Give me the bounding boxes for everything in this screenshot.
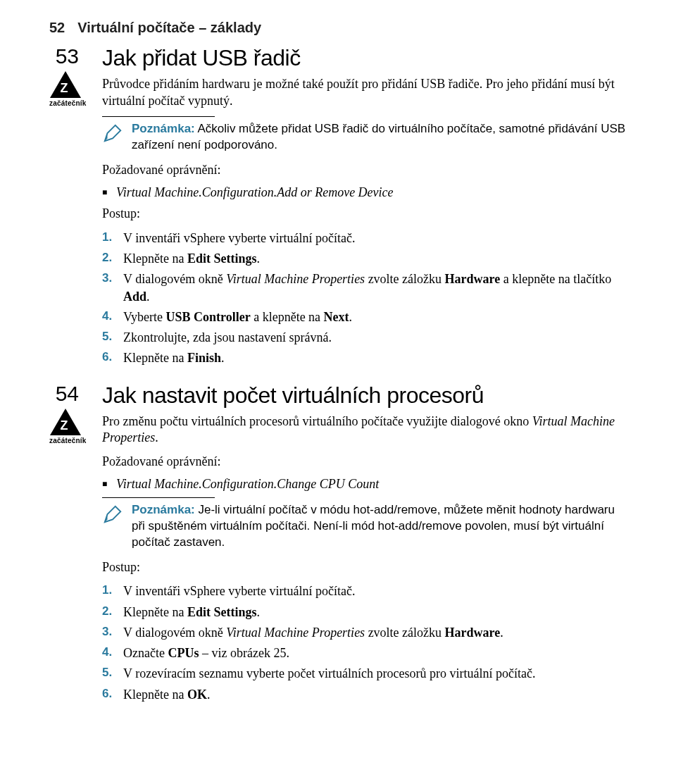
badge-label: začátečník [49,99,81,107]
note-text: Poznámka: Je-li virtuální počítač v módu… [132,502,627,551]
step-item: Klepněte na Edit Settings. [102,604,627,621]
step-item: V inventáři vSphere vyberte virtuální po… [102,583,627,599]
section-title: Jak nastavit počet virtuálních procesorů [102,383,627,408]
step-item: V dialogovém okně Virtual Machine Proper… [102,624,627,641]
page-number: 52 [49,20,65,36]
intro-paragraph: Pro změnu počtu virtuálních procesorů vi… [102,413,627,447]
section-53: 53 začátečník Jak přidat USB řadič Průvo… [49,46,627,371]
step-item: Klepněte na Edit Settings. [102,250,627,267]
section-title: Jak přidat USB řadič [102,46,627,70]
triangle-icon [50,409,81,435]
permission-item: Virtual Machine.Configuration.Change CPU… [102,477,627,492]
step-item: Vyberte USB Controller a klepněte na Nex… [102,309,627,325]
level-badge: začátečník [49,409,81,444]
divider [102,497,215,498]
steps-label: Postup: [102,206,627,222]
permissions-list: Virtual Machine.Configuration.Add or Rem… [102,185,627,200]
section-54: 54 začátečník Jak nastavit počet virtuál… [49,383,627,707]
note-text: Poznámka: Ačkoliv můžete přidat USB řadi… [132,121,627,154]
permissions-label: Požadované oprávnění: [102,162,627,178]
step-item: Zkontrolujte, zda jsou nastavení správná… [102,329,627,346]
step-item: V dialogovém okně Virtual Machine Proper… [102,270,627,305]
pencil-icon [102,504,123,528]
step-item: Klepněte na OK. [102,686,627,703]
step-item: Klepněte na Finish. [102,349,627,366]
note-block: Poznámka: Ačkoliv můžete přidat USB řadi… [102,121,627,154]
note-label: Poznámka: [132,503,195,516]
step-item: V inventáři vSphere vyberte virtuální po… [102,230,627,247]
intro-paragraph: Průvodce přidáním hardwaru je možné také… [102,76,627,109]
chapter-title: Virtuální počítače – základy [77,20,261,36]
step-item: Označte CPUs – viz obrázek 25. [102,645,627,661]
pencil-icon [102,123,123,147]
tip-number-54: 54 [49,383,79,404]
permissions-label: Požadované oprávnění: [102,454,627,470]
steps-list: V inventáři vSphere vyberte virtuální po… [102,583,627,703]
note-body: Je-li virtuální počítač v módu hot-add/r… [132,503,615,549]
permission-item: Virtual Machine.Configuration.Add or Rem… [102,185,627,200]
triangle-icon [50,71,81,98]
note-body: Ačkoliv můžete přidat USB řadič do virtu… [132,122,625,151]
steps-label: Postup: [102,559,627,575]
step-item: V rozevíracím seznamu vyberte počet virt… [102,665,627,682]
note-label: Poznámka: [132,122,195,135]
badge-label: začátečník [49,437,81,444]
page-header: 52 Virtuální počítače – základy [49,20,627,36]
level-badge: začátečník [49,71,81,107]
note-block: Poznámka: Je-li virtuální počítač v módu… [102,502,627,551]
steps-list: V inventáři vSphere vyberte virtuální po… [102,230,627,367]
tip-number-53: 53 [49,46,79,67]
permissions-list: Virtual Machine.Configuration.Change CPU… [102,477,627,492]
divider [102,116,215,117]
